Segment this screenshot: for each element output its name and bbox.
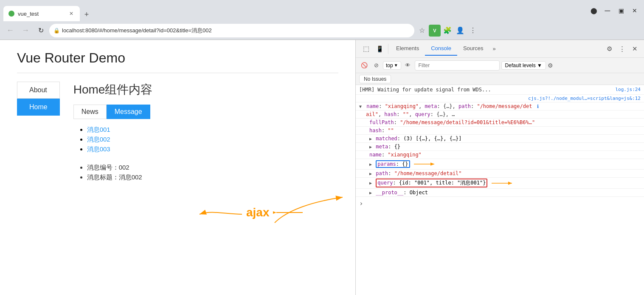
tab-console[interactable]: Console bbox=[425, 42, 457, 56]
console-toolbar: 🚫 ⊘ top ▼ 👁 Default levels ▼ ⚙ bbox=[356, 58, 644, 73]
menu-icon[interactable]: ⋮ bbox=[467, 25, 479, 37]
default-levels-label: Default levels ▼ bbox=[505, 62, 542, 68]
more-options-icon[interactable]: ⋮ bbox=[616, 43, 628, 55]
back-button[interactable]: ← bbox=[3, 24, 17, 37]
maximize-button[interactable]: ▣ bbox=[615, 5, 627, 17]
message-003-link[interactable]: 消息003 bbox=[87, 145, 110, 153]
news-nav-btn[interactable]: News bbox=[73, 105, 107, 119]
console-line-path: ▶ path: "/home/message/detail" bbox=[356, 170, 644, 178]
vuejs-ext-icon[interactable]: V bbox=[429, 25, 441, 37]
main-layout: Vue Router Demo About Home Home组件内容 News… bbox=[0, 40, 644, 295]
expand-arrow-matched[interactable]: ▶ bbox=[369, 136, 372, 141]
tab-favicon bbox=[8, 11, 14, 17]
close-window-button[interactable]: ✕ bbox=[629, 5, 641, 17]
about-nav-btn[interactable]: About bbox=[17, 82, 60, 99]
expand-arrow-query[interactable]: ▶ bbox=[369, 181, 372, 185]
ajax-arrow-svg bbox=[195, 201, 246, 227]
console-line-meta: ▶ meta: {} bbox=[356, 143, 644, 151]
top-selector-label: top bbox=[386, 62, 393, 68]
settings-icon[interactable]: ⚙ bbox=[603, 43, 615, 55]
expand-arrow-path[interactable]: ▶ bbox=[369, 171, 372, 176]
forward-button[interactable]: → bbox=[19, 24, 32, 37]
console-prompt-line: › bbox=[356, 197, 644, 210]
hmr-text: [HMR] Waiting for update signal from WDS… bbox=[359, 87, 491, 93]
console-line-source2: cjs.js?!./node_modul…=script&lang=js&:12 bbox=[356, 95, 644, 102]
tab-title: vue_test bbox=[18, 11, 39, 17]
ajax-label: ajax bbox=[246, 206, 270, 219]
close-devtools-icon[interactable]: ✕ bbox=[629, 43, 641, 55]
bookmark-icon[interactable]: ☆ bbox=[416, 25, 428, 37]
info-icon: ℹ bbox=[537, 104, 539, 109]
console-line-proto: ▶ __proto__: Object bbox=[356, 189, 644, 197]
sidebar-nav: About Home bbox=[17, 82, 60, 116]
detail-id: 消息编号：002 bbox=[87, 164, 153, 172]
home-nav-btn[interactable]: Home bbox=[17, 99, 60, 116]
message-nav-btn[interactable]: Message bbox=[107, 105, 150, 119]
list-item: 消息003 bbox=[87, 145, 153, 153]
top-selector-arrow: ▼ bbox=[394, 63, 398, 68]
tab-more[interactable]: » bbox=[489, 42, 499, 55]
stop-btn[interactable]: ⊘ bbox=[371, 60, 381, 71]
devtools-header-right: ⚙ ⋮ ✕ bbox=[603, 43, 641, 55]
address-input[interactable] bbox=[49, 24, 414, 37]
reload-button[interactable]: ↻ bbox=[34, 24, 48, 37]
message-001-link[interactable]: 消息001 bbox=[87, 126, 110, 133]
console-settings-icon[interactable]: ⚙ bbox=[548, 62, 553, 69]
detail-title: 消息标题：消息002 bbox=[87, 173, 153, 182]
message-list: 消息001 消息002 消息003 bbox=[73, 126, 153, 153]
console-line-hmr: [HMR] Waiting for update signal from WDS… bbox=[356, 85, 644, 95]
tab-elements[interactable]: Elements bbox=[390, 42, 425, 56]
lock-icon: 🔒 bbox=[53, 28, 60, 34]
message-002-link[interactable]: 消息002 bbox=[87, 136, 110, 143]
console-line-object: ▼ name: "xiangqing", meta: {…}, path: "/… bbox=[356, 102, 644, 111]
tab-sources[interactable]: Sources bbox=[457, 42, 489, 56]
minimize-button[interactable]: ─ bbox=[602, 5, 613, 17]
expand-arrow-meta[interactable]: ▶ bbox=[369, 145, 372, 149]
devtools-header: ⬚ 📱 Elements Console Sources » ⚙ ⋮ ✕ bbox=[356, 40, 644, 58]
eye-btn[interactable]: 👁 bbox=[403, 60, 413, 71]
extensions-icon[interactable]: ⬤ bbox=[588, 5, 600, 17]
console-line-params: ▶ params: {} bbox=[356, 159, 644, 170]
content-title: Home组件内容 bbox=[73, 82, 153, 98]
address-bar-container: 🔒 bbox=[49, 24, 414, 37]
expand-arrow-params[interactable]: ▶ bbox=[369, 162, 372, 167]
top-selector[interactable]: top ▼ bbox=[383, 61, 401, 70]
tab-close-icon[interactable]: ✕ bbox=[68, 10, 75, 17]
console-filter-input[interactable] bbox=[415, 60, 500, 71]
console-prompt-icon[interactable]: › bbox=[359, 199, 363, 207]
params-arrow-svg bbox=[413, 160, 439, 168]
page-title: Vue Router Demo bbox=[17, 50, 338, 73]
default-levels-selector[interactable]: Default levels ▼ bbox=[501, 61, 546, 70]
list-item: 消息002 bbox=[87, 136, 153, 144]
detail-list: 消息编号：002 消息标题：消息002 bbox=[73, 164, 153, 182]
devtools-tab-separator bbox=[388, 44, 388, 54]
console-line-hash: hash: "" bbox=[356, 127, 644, 135]
toolbar-icons: ☆ V 🧩 👤 ⋮ bbox=[416, 25, 479, 37]
inspect-icon[interactable]: ⬚ bbox=[359, 42, 373, 56]
console-source2[interactable]: cjs.js?!./node_modul…=script&lang=js&:12 bbox=[528, 96, 641, 101]
console-line-fullpath: fullPath: "/home/message/detail?id=001&t… bbox=[356, 119, 644, 127]
address-bar-row: ← → ↻ 🔒 ☆ V 🧩 👤 ⋮ bbox=[0, 21, 644, 40]
new-tab-button[interactable]: + bbox=[80, 8, 93, 21]
browser-tab[interactable]: vue_test ✕ bbox=[3, 6, 80, 21]
console-line-name: name: "xiangqing" bbox=[356, 151, 644, 159]
clear-console-btn[interactable]: 🚫 bbox=[359, 60, 369, 71]
puzzle-ext-icon[interactable]: 🧩 bbox=[442, 25, 453, 37]
expand-arrow-proto[interactable]: ▶ bbox=[369, 190, 372, 195]
nav-content: About Home Home组件内容 News Message 消息001 消… bbox=[17, 82, 338, 183]
console-output: [HMR] Waiting for update signal from WDS… bbox=[356, 85, 644, 295]
window-controls: ⬤ ─ ▣ ✕ bbox=[585, 0, 644, 21]
devtools-panel: ⬚ 📱 Elements Console Sources » ⚙ ⋮ ✕ 🚫 ⊘… bbox=[355, 40, 644, 295]
hmr-source[interactable]: log.js:24 bbox=[615, 87, 641, 92]
expand-arrow-down[interactable]: ▼ bbox=[359, 104, 362, 109]
user-icon[interactable]: 👤 bbox=[454, 25, 466, 37]
webpage-area: Vue Router Demo About Home Home组件内容 News… bbox=[0, 40, 355, 295]
device-icon[interactable]: 📱 bbox=[373, 42, 386, 56]
ajax-right-arrow-svg bbox=[273, 206, 307, 219]
console-line-object2: ail", hash: "", query: {…}, … bbox=[356, 111, 644, 119]
query-arrow-svg bbox=[491, 179, 516, 187]
list-item: 消息001 bbox=[87, 126, 153, 134]
ajax-annotation: ajax bbox=[246, 206, 307, 219]
console-line-query: ▶ query: {id: "001", title: "消息001"} bbox=[356, 178, 644, 189]
sub-nav: News Message bbox=[73, 105, 153, 119]
